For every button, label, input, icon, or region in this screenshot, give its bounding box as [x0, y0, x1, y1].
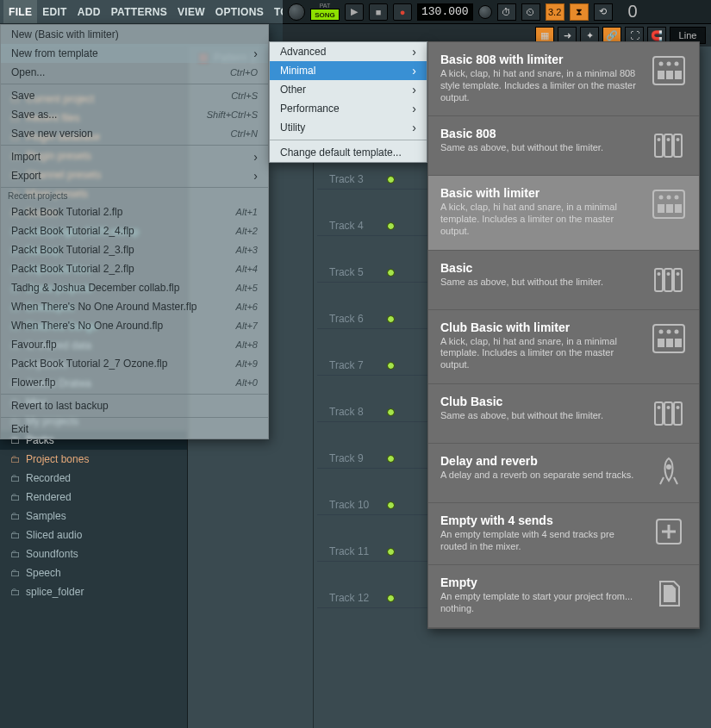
- menu-file[interactable]: FILE: [3, 0, 37, 23]
- template-category[interactable]: Other: [270, 80, 427, 99]
- template-desc: Same as above, but without the limiter.: [440, 410, 642, 422]
- time-counter: 0: [628, 2, 638, 22]
- file-menu-item[interactable]: Tadhg & Joshua December collab.flpAlt+5: [1, 278, 268, 297]
- new-from-template-submenu: AdvancedMinimalOtherPerformanceUtilityCh…: [269, 41, 427, 163]
- record-button[interactable]: ●: [393, 3, 412, 21]
- file-menu-item[interactable]: New (Basic with limiter): [1, 25, 268, 44]
- menu-patterns[interactable]: PATTERNS: [106, 0, 172, 23]
- template-card[interactable]: Club Basic with limiterA kick, clap, hi …: [428, 310, 699, 384]
- template-card[interactable]: Empty with 4 sendsAn empty template with…: [428, 503, 699, 566]
- menu-options[interactable]: OPTIONS: [210, 0, 269, 23]
- file-menu-item[interactable]: Revert to last backup: [1, 396, 268, 415]
- template-category[interactable]: Advanced: [270, 42, 427, 61]
- tempo-display[interactable]: 130.000: [417, 3, 473, 21]
- template-title: Empty: [440, 576, 642, 589]
- wait-toggle-icon[interactable]: ⏲: [521, 3, 540, 21]
- track-mute-dot[interactable]: [387, 362, 395, 370]
- stop-button[interactable]: ■: [369, 3, 388, 21]
- svg-point-29: [675, 329, 679, 333]
- template-title: Empty with 4 sends: [440, 513, 642, 527]
- template-title: Basic 808: [440, 127, 642, 140]
- track-label: Track 12: [329, 592, 369, 604]
- menu-edit[interactable]: EDIT: [37, 0, 72, 23]
- track-label: Track 11: [329, 545, 369, 557]
- browser-item[interactable]: splice_folder: [0, 582, 187, 601]
- template-title: Basic with limiter: [440, 186, 642, 200]
- file-menu-item[interactable]: Flower.flpAlt+0: [1, 373, 268, 392]
- svg-rect-31: [666, 339, 673, 347]
- svg-point-28: [667, 329, 671, 333]
- svg-rect-7: [655, 134, 663, 157]
- template-card[interactable]: BasicSame as above, but without the limi…: [428, 251, 699, 310]
- main-volume-knob[interactable]: [288, 3, 305, 21]
- file-menu-item[interactable]: Save new versionCtrl+N: [1, 124, 268, 143]
- loop-toggle-icon[interactable]: ⟲: [594, 3, 613, 21]
- template-list: Basic 808 with limiterA kick, clap, hi h…: [427, 41, 700, 629]
- browser-item[interactable]: Rendered: [0, 488, 187, 507]
- template-card[interactable]: Basic with limiterA kick, clap, hi hat a…: [428, 176, 699, 250]
- template-desc: An empty template with 4 send tracks pre…: [440, 529, 642, 553]
- file-menu-item[interactable]: Packt Book Tutorial 2_3.flpAlt+3: [1, 240, 268, 259]
- play-button[interactable]: ▶: [345, 3, 364, 21]
- template-title: Basic: [440, 261, 642, 275]
- template-icon: [651, 127, 687, 163]
- file-menu-item[interactable]: Exit: [1, 420, 268, 439]
- browser-item[interactable]: Speech: [0, 563, 187, 582]
- file-menu-item[interactable]: Packt Book Tutorial 2_2.flpAlt+4: [1, 259, 268, 278]
- template-card[interactable]: Basic 808Same as above, but without the …: [428, 116, 699, 176]
- file-menu-item[interactable]: Packt Book Tutorial 2_4.flpAlt+2: [1, 221, 268, 240]
- change-default-template[interactable]: Change default template...: [270, 143, 427, 162]
- menu-add[interactable]: ADD: [72, 0, 106, 23]
- file-menu-item[interactable]: Open...Ctrl+O: [1, 63, 268, 82]
- svg-point-24: [667, 272, 670, 276]
- svg-rect-33: [655, 402, 663, 425]
- browser-item[interactable]: Sliced audio: [0, 526, 187, 544]
- template-card[interactable]: EmptyAn empty template to start your pro…: [428, 565, 699, 628]
- svg-point-23: [658, 272, 661, 276]
- track-label: Track 7: [329, 359, 364, 371]
- template-category[interactable]: Performance: [270, 99, 427, 118]
- track-mute-dot[interactable]: [387, 408, 395, 416]
- browser-item[interactable]: Recorded: [0, 469, 187, 488]
- file-menu-item[interactable]: Import: [1, 147, 268, 166]
- track-mute-dot[interactable]: [387, 501, 395, 509]
- browser-item[interactable]: Project bones: [0, 450, 187, 469]
- file-menu-item[interactable]: New from template: [1, 44, 268, 63]
- track-mute-dot[interactable]: [387, 176, 395, 184]
- transport-bar: PAT SONG ▶ ■ ● 130.000 ⏱ ⏲ 3.2 ⧗ ⟲ 0: [283, 0, 711, 24]
- browser-item[interactable]: Soundfonts: [0, 544, 187, 563]
- file-menu-item[interactable]: Save as...Shift+Ctrl+S: [1, 105, 268, 124]
- file-menu-item[interactable]: Packt Book Tutorial 2.flpAlt+1: [1, 202, 268, 221]
- template-category[interactable]: Minimal: [270, 61, 427, 80]
- track-mute-dot[interactable]: [387, 548, 395, 556]
- template-title: Delay and reverb: [440, 454, 642, 468]
- menu-view[interactable]: VIEW: [172, 0, 210, 23]
- template-card[interactable]: Club BasicSame as above, but without the…: [428, 384, 699, 444]
- template-category[interactable]: Utility: [270, 118, 427, 137]
- track-mute-dot[interactable]: [387, 594, 395, 602]
- file-menu-item[interactable]: Packt Book Tutorial 2_7 Ozone.flpAlt+9: [1, 354, 268, 373]
- file-menu-item[interactable]: SaveCtrl+S: [1, 86, 268, 105]
- snap-beats[interactable]: 3.2: [546, 3, 564, 21]
- file-menu-item[interactable]: Export: [1, 166, 268, 185]
- file-menu-item[interactable]: When There's No One Around Master.flpAlt…: [1, 297, 268, 316]
- svg-point-38: [677, 406, 680, 409]
- pat-song-switch[interactable]: PAT SONG: [310, 3, 340, 21]
- template-icon: [651, 53, 687, 89]
- svg-rect-5: [666, 71, 673, 79]
- metronome-icon[interactable]: ⏱: [497, 3, 516, 21]
- file-menu-item[interactable]: Favour.flpAlt+8: [1, 335, 268, 354]
- browser-item[interactable]: Samples: [0, 507, 187, 526]
- track-mute-dot[interactable]: [387, 455, 395, 463]
- track-mute-dot[interactable]: [387, 315, 395, 323]
- track-mute-dot[interactable]: [387, 222, 395, 230]
- template-card[interactable]: Basic 808 with limiterA kick, clap, hi h…: [428, 42, 699, 116]
- template-desc: Same as above, but without the limiter.: [440, 277, 642, 289]
- template-card[interactable]: Delay and reverbA delay and a reverb on …: [428, 444, 699, 503]
- svg-point-15: [667, 196, 671, 200]
- template-desc: A kick, clap, hi hat and snare, in a min…: [440, 68, 642, 103]
- track-mute-dot[interactable]: [387, 269, 395, 277]
- countdown-toggle-icon[interactable]: ⧗: [570, 3, 589, 21]
- pitch-knob[interactable]: [478, 5, 492, 19]
- file-menu-item[interactable]: When There's No One Around.flpAlt+7: [1, 316, 268, 335]
